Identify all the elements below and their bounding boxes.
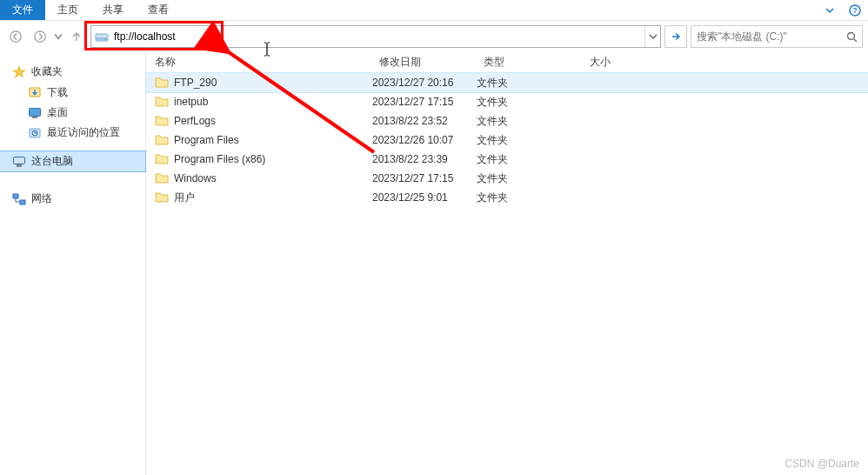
address-text[interactable]: ftp://localhost [112,30,644,43]
help-icon[interactable]: ? [842,0,868,20]
sidebar-item-network[interactable]: 网络 [0,189,145,209]
file-name: inetpub [174,96,208,108]
table-row[interactable]: 用户2023/12/25 9:01文件夹 [146,188,868,207]
file-date: 2023/12/27 17:15 [372,96,477,108]
network-icon [12,192,26,206]
table-row[interactable]: Windows2023/12/27 17:15文件夹 [146,169,868,188]
sidebar-item-desktop[interactable]: 桌面 [0,103,145,123]
file-name: Windows [174,172,217,184]
svg-line-8 [853,38,857,42]
menu-share[interactable]: 共享 [90,0,136,20]
download-icon [28,86,42,100]
sidebar-item-downloads[interactable]: 下载 [0,83,145,103]
column-name[interactable]: 名称 [146,55,372,70]
sidebar-favorites[interactable]: 收藏夹 [0,61,145,83]
address-dropdown[interactable] [644,26,660,47]
up-button[interactable] [66,26,87,47]
search-input[interactable] [691,30,841,43]
file-date: 2013/8/22 23:52 [372,115,477,127]
sidebar-label: 收藏夹 [31,64,63,79]
watermark: CSDN @Duarte [785,458,859,470]
folder-icon [155,114,169,128]
table-row[interactable]: PerfLogs2013/8/22 23:52文件夹 [146,111,868,130]
file-type: 文件夹 [477,191,583,205]
table-row[interactable]: Program Files2023/12/26 10:07文件夹 [146,130,868,150]
folder-icon [155,191,169,204]
computer-icon [12,155,26,169]
file-date: 2023/12/27 20:16 [372,77,477,89]
column-size[interactable]: 大小 [583,55,652,70]
recent-icon [28,126,42,140]
sidebar-item-label: 最近访问的位置 [47,125,120,140]
svg-point-6 [105,38,107,40]
desktop-icon [28,106,42,120]
navigation-pane: 收藏夹 下载 桌面 最近访问的位置 这台电脑 网络 [0,52,146,475]
svg-point-7 [847,32,854,39]
file-list: FTP_2902023/12/27 20:16文件夹inetpub2023/12… [146,73,868,475]
sidebar-item-label: 桌面 [47,105,68,120]
menu-view[interactable]: 查看 [136,0,181,20]
ribbon-expand-icon[interactable] [818,0,842,20]
svg-rect-14 [14,157,25,164]
file-name: 用户 [174,191,195,205]
search-icon[interactable] [841,31,862,43]
table-row[interactable]: FTP_2902023/12/27 20:16文件夹 [146,73,868,92]
file-type: 文件夹 [477,95,583,110]
history-dropdown[interactable] [54,26,63,47]
svg-rect-17 [20,200,25,204]
file-date: 2023/12/25 9:01 [372,191,477,204]
file-date: 2023/12/26 10:07 [372,134,477,146]
navigation-bar: ftp://localhost [0,21,868,52]
svg-rect-15 [17,164,22,167]
menu-home[interactable]: 主页 [45,0,90,20]
svg-point-2 [10,31,21,42]
search-box[interactable] [691,25,863,48]
file-type: 文件夹 [477,152,583,167]
star-icon [12,65,26,79]
svg-rect-10 [30,108,41,116]
sidebar-item-label: 这台电脑 [31,154,73,169]
column-headers: 名称 修改日期 类型 大小 [146,52,868,73]
svg-text:?: ? [852,6,858,15]
address-bar[interactable]: ftp://localhost [90,25,661,48]
drive-icon [95,30,109,43]
forward-button[interactable] [30,26,50,47]
file-date: 2013/8/22 23:39 [372,153,477,165]
folder-icon [155,133,169,147]
file-name: Program Files [174,134,239,146]
svg-point-3 [35,31,45,42]
table-row[interactable]: Program Files (x86)2013/8/22 23:39文件夹 [146,150,868,169]
folder-icon [155,152,169,166]
folder-icon [155,76,169,90]
svg-rect-16 [13,194,18,198]
table-row[interactable]: inetpub2023/12/27 17:15文件夹 [146,92,868,111]
file-type: 文件夹 [477,171,583,186]
menu-file[interactable]: 文件 [0,0,45,20]
column-date[interactable]: 修改日期 [372,55,477,70]
file-content-area: 名称 修改日期 类型 大小 FTP_2902023/12/27 20:16文件夹… [146,52,868,475]
sidebar-item-label: 网络 [31,191,52,206]
back-button[interactable] [5,26,26,47]
sidebar-item-thispc[interactable]: 这台电脑 [0,151,145,171]
file-type: 文件夹 [477,76,583,90]
menu-bar: 文件 主页 共享 查看 ? [0,0,868,21]
file-name: FTP_290 [174,77,217,89]
sidebar-item-label: 下载 [47,85,68,100]
file-date: 2023/12/27 17:15 [372,172,477,184]
folder-icon [155,95,169,109]
file-type: 文件夹 [477,133,583,148]
file-name: Program Files (x86) [174,153,265,165]
column-type[interactable]: 类型 [477,55,583,70]
file-name: PerfLogs [174,115,216,127]
folder-icon [155,171,169,185]
file-type: 文件夹 [477,114,583,129]
go-button[interactable] [664,25,687,48]
sidebar-item-recent[interactable]: 最近访问的位置 [0,123,145,143]
svg-rect-11 [32,117,37,118]
